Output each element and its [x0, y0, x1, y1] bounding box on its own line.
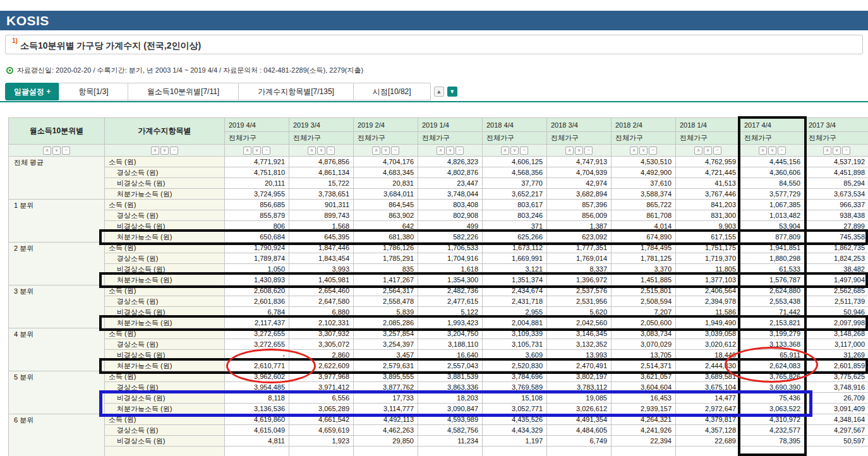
value-cell: 2,622,609	[289, 361, 354, 371]
sort-desc-button[interactable]: ∨	[253, 147, 261, 155]
value-cell: 2,647,580	[289, 296, 354, 307]
value-cell: 11,805	[676, 264, 740, 275]
value-cell: 3,604,604	[612, 382, 676, 393]
sort-desc-button[interactable]: ∨	[160, 147, 169, 155]
value-cell: 3,257,854	[354, 328, 418, 339]
item-label-cell: 비경상소득 (원)	[105, 178, 225, 189]
sort-asc-button[interactable]: ∧	[243, 147, 251, 155]
value-cell: 75,436	[740, 393, 805, 404]
value-cell: 4,619,860	[225, 414, 289, 425]
sort-controls-cell: ∧∨−	[289, 145, 354, 157]
sort-desc-button[interactable]: ∨	[52, 147, 61, 155]
table-row: 경상소득 (원)3,954,4853,971,4123,877,7623,863…	[9, 382, 868, 393]
value-cell: 623,092	[547, 232, 612, 243]
value-cell: 1,751,175	[676, 243, 740, 253]
table-row: 경상소득 (원)4,751,8104,861,1344,683,3454,802…	[9, 167, 868, 178]
sort-controls-cell: ∧∨−	[105, 145, 225, 157]
sort-controls-cell: ∧∨−	[805, 145, 868, 157]
collapse-up-button[interactable]: ▲	[434, 87, 444, 97]
sort-desc-button[interactable]: ∨	[639, 147, 648, 155]
value-cell: 4,826,323	[418, 157, 483, 167]
value-cell: 5,122	[418, 307, 483, 318]
sort-desc-button[interactable]: ∨	[446, 147, 454, 155]
value-cell: 15,108	[483, 393, 547, 404]
tab-period[interactable]: 시점[10/82]	[353, 83, 431, 100]
table-row: 처분가능소득 (원)3,136,5363,065,2893,114,7773,0…	[9, 404, 868, 414]
col-header-quarter: 2017 3/4	[805, 118, 868, 132]
value-cell: 3,775,625	[805, 371, 868, 382]
value-cell: 4,491,354	[547, 414, 612, 425]
value-cell: 2,624,083	[740, 361, 805, 371]
sort-clear-button[interactable]: −	[391, 147, 399, 155]
value-cell: 4,568,356	[483, 167, 547, 178]
value-cell: 2,601,836	[225, 296, 289, 307]
sort-asc-button[interactable]: ∧	[372, 147, 380, 155]
value-cell: 4,861,134	[289, 167, 354, 178]
sort-asc-button[interactable]: ∧	[630, 147, 638, 155]
value-cell: 2,431,718	[483, 296, 547, 307]
tab-account-items[interactable]: 가계수지항목별[7/135]	[238, 83, 354, 100]
sort-clear-button[interactable]: −	[842, 147, 850, 155]
sort-controls-cell: ∧∨−	[740, 145, 805, 157]
item-label-cell: 소득 (원)	[105, 243, 225, 253]
sort-asc-button[interactable]: ∧	[823, 147, 831, 155]
sort-desc-button[interactable]: ∨	[575, 147, 583, 155]
value-cell: 3,026,612	[547, 404, 612, 414]
col-header-quarter: 2019 2/4	[354, 118, 418, 132]
value-cell: 1,843,454	[289, 253, 354, 264]
sort-asc-button[interactable]: ∧	[565, 147, 574, 155]
value-cell: 7,207	[612, 307, 676, 318]
value-cell: 617,155	[676, 232, 740, 243]
sort-desc-button[interactable]: ∨	[382, 147, 390, 155]
value-cell: 42,974	[547, 178, 612, 189]
value-cell: 645,395	[289, 232, 354, 243]
value-cell: 26,709	[805, 393, 868, 404]
expand-down-button[interactable]: ▼	[447, 87, 457, 97]
sort-clear-button[interactable]: −	[520, 147, 528, 155]
value-cell: 1,790,924	[225, 243, 289, 253]
value-cell: 3,020,612	[676, 339, 740, 350]
value-cell: 3,765,826	[740, 371, 805, 382]
sort-desc-button[interactable]: ∨	[317, 147, 325, 155]
item-label-cell: 비경상소득 (원)	[105, 436, 225, 447]
sort-clear-button[interactable]: −	[262, 147, 270, 155]
sort-clear-button[interactable]: −	[62, 147, 70, 155]
sort-desc-button[interactable]: ∨	[704, 147, 712, 155]
sort-clear-button[interactable]: −	[584, 147, 593, 155]
sort-clear-button[interactable]: −	[455, 147, 464, 155]
table-row: 4 분위소득 (원)3,272,6553,307,9323,257,8543,2…	[9, 328, 868, 339]
value-cell: 3,609	[483, 350, 547, 361]
sort-asc-button[interactable]: ∧	[151, 147, 159, 155]
sort-clear-button[interactable]: −	[713, 147, 721, 155]
sort-clear-button[interactable]: −	[170, 147, 178, 155]
sort-asc-button[interactable]: ∧	[501, 147, 509, 155]
sort-desc-button[interactable]: ∨	[833, 147, 841, 155]
sort-asc-button[interactable]: ∧	[759, 147, 767, 155]
sort-asc-button[interactable]: ∧	[694, 147, 702, 155]
value-cell: 3,148,268	[805, 328, 868, 339]
value-cell: 835	[354, 264, 418, 275]
sort-asc-button[interactable]: ∧	[308, 147, 316, 155]
value-cell: 4,379,817	[676, 414, 740, 425]
value-cell: 4,530,510	[612, 157, 676, 167]
value-cell: 899,743	[289, 210, 354, 221]
sort-desc-button[interactable]: ∨	[510, 147, 519, 155]
value-cell: 2,860	[289, 350, 354, 361]
batch-settings-button[interactable]: 일괄설정 +	[5, 83, 59, 100]
value-cell: 2,515,801	[612, 285, 676, 296]
sort-asc-button[interactable]: ∧	[437, 147, 445, 155]
tab-income-decile[interactable]: 월소득10분위별[7/11]	[128, 83, 239, 100]
col-subheader-household: 전체가구	[805, 132, 868, 145]
page-title: 소득10분위별 가구당 가계수지 (전국,2인이상)	[20, 40, 201, 51]
value-cell: 4,593,989	[418, 414, 483, 425]
item-label-cell: 처분가능소득 (원)	[105, 275, 225, 285]
sort-clear-button[interactable]: −	[649, 147, 657, 155]
value-cell: 803,246	[483, 210, 547, 221]
sort-clear-button[interactable]: −	[327, 147, 335, 155]
value-cell: 3,039,058	[676, 328, 740, 339]
sort-asc-button[interactable]: ∧	[43, 147, 51, 155]
sort-desc-button[interactable]: ∨	[768, 147, 776, 155]
sort-clear-button[interactable]: −	[778, 147, 786, 155]
tab-items[interactable]: 항목[1/3]	[59, 83, 128, 100]
kosis-logo: KOSIS	[6, 11, 49, 30]
